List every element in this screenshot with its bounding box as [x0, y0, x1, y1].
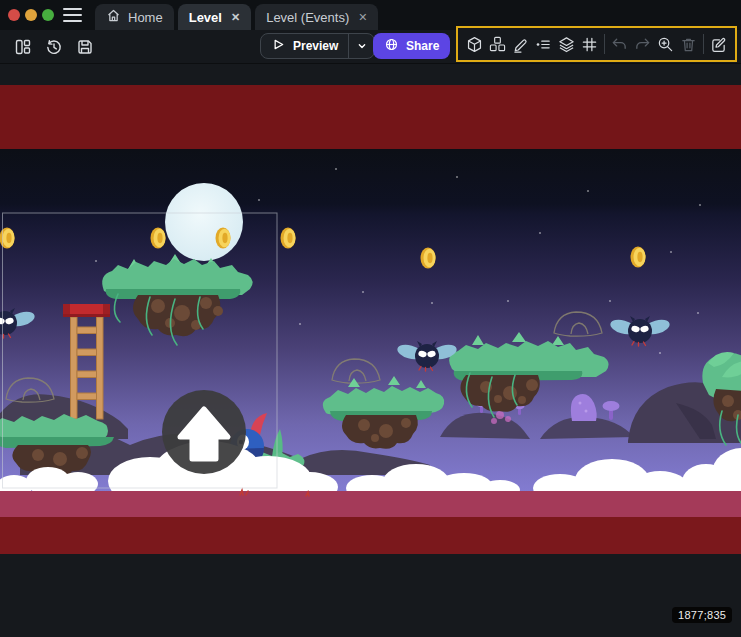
- tab-strip: Home Level ✕ Level (Events) ✕: [95, 4, 378, 30]
- gdevelop-window: Home Level ✕ Level (Events) ✕: [0, 0, 741, 637]
- objects-panel-icon[interactable]: [463, 31, 486, 57]
- share-label: Share: [406, 39, 439, 53]
- tab-level[interactable]: Level ✕: [178, 4, 251, 30]
- close-window-button[interactable]: [8, 9, 20, 21]
- zoom-window-button[interactable]: [42, 9, 54, 21]
- project-manager-icon[interactable]: [12, 36, 34, 58]
- edit-properties-icon[interactable]: [509, 31, 532, 57]
- zoom-in-icon[interactable]: [654, 31, 677, 57]
- close-tab-icon[interactable]: ✕: [229, 11, 240, 24]
- delete-icon: [677, 31, 700, 57]
- globe-icon: [384, 37, 399, 55]
- preview-button[interactable]: Preview: [260, 33, 375, 59]
- toolbar-divider: [703, 34, 704, 54]
- undo-icon: [608, 31, 631, 57]
- chevron-down-icon[interactable]: [349, 34, 374, 58]
- preview-label: Preview: [293, 39, 338, 53]
- instances-list-icon[interactable]: [532, 31, 555, 57]
- ground-base: [0, 517, 741, 554]
- traffic-lights: [8, 9, 54, 21]
- scene-canvas[interactable]: [0, 149, 741, 554]
- redo-icon: [631, 31, 654, 57]
- moon[interactable]: [165, 183, 243, 261]
- tab-home[interactable]: Home: [95, 4, 174, 30]
- history-icon[interactable]: [43, 36, 65, 58]
- scene-editor-toolbar: [456, 26, 737, 62]
- hamburger-menu-icon[interactable]: [63, 8, 82, 22]
- layers-icon[interactable]: [555, 31, 578, 57]
- scene-editor-canvas-area: 1877;835: [0, 63, 741, 637]
- cursor-coordinates-badge: 1877;835: [672, 607, 732, 623]
- play-icon: [271, 37, 286, 55]
- toolbar-left-group: [12, 30, 96, 63]
- tab-level-events[interactable]: Level (Events) ✕: [255, 4, 378, 30]
- tab-label: Level (Events): [266, 10, 349, 25]
- tab-label: Home: [128, 10, 163, 25]
- minimize-window-button[interactable]: [25, 9, 37, 21]
- grid-icon[interactable]: [578, 31, 601, 57]
- up-arrow-touch-button[interactable]: [162, 390, 246, 474]
- toolbar-divider: [604, 34, 605, 54]
- share-button[interactable]: Share: [373, 33, 450, 59]
- scene-top-band: [0, 85, 741, 149]
- edit-scene-icon[interactable]: [707, 31, 730, 57]
- save-icon[interactable]: [74, 36, 96, 58]
- ground-band: [0, 491, 741, 517]
- tab-label: Level: [189, 10, 222, 25]
- close-tab-icon[interactable]: ✕: [356, 11, 367, 24]
- home-icon: [106, 8, 121, 26]
- object-groups-icon[interactable]: [486, 31, 509, 57]
